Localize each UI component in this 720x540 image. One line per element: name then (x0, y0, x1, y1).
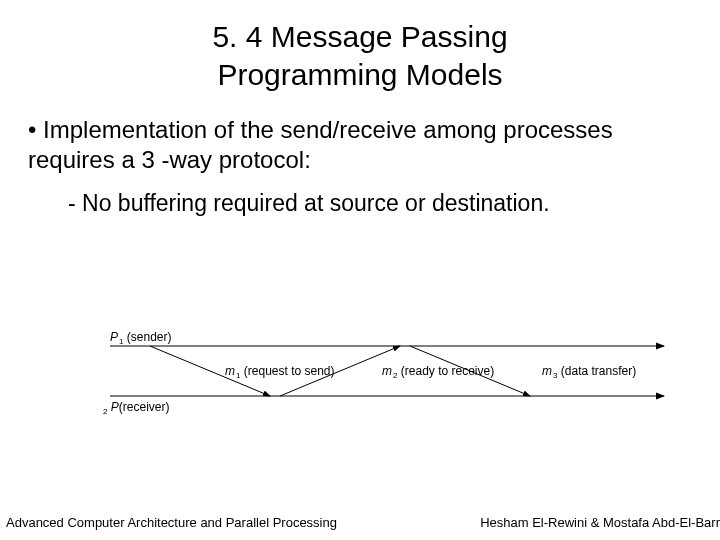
slide-footer: Advanced Computer Architecture and Paral… (6, 515, 720, 530)
footer-left: Advanced Computer Architecture and Paral… (6, 515, 337, 530)
m1-role: (request to send) (240, 364, 334, 378)
bullet-main: • Implementation of the send/receive amo… (0, 93, 720, 175)
title-line-1: 5. 4 Message Passing (212, 20, 507, 53)
m3-role: (data transfer) (557, 364, 636, 378)
m2-letter: m (382, 364, 392, 378)
label-p1: P1 (sender) (110, 330, 172, 346)
title-line-2: Programming Models (217, 58, 502, 91)
footer-right: Hesham El-Rewini & Mostafa Abd-El-Barr (480, 515, 720, 530)
p2-role: (receiver) (119, 400, 170, 414)
label-m3: m3 (data transfer) (542, 364, 636, 380)
p2-sub: 2 (103, 407, 107, 416)
label-p2: 2 P(receiver) (102, 400, 169, 416)
p2-letter: P (111, 400, 119, 414)
bullet-sub: - No buffering required at source or des… (0, 175, 720, 218)
p1-role: (sender) (123, 330, 171, 344)
label-m1: m1 (request to send) (225, 364, 335, 380)
diagram-lines (110, 336, 680, 446)
protocol-diagram: P1 (sender) m1 (request to send) m2 (rea… (110, 336, 680, 446)
slide-title: 5. 4 Message Passing Programming Models (0, 0, 720, 93)
m3-letter: m (542, 364, 552, 378)
label-m2: m2 (ready to receive) (382, 364, 494, 380)
p1-letter: P (110, 330, 118, 344)
m1-letter: m (225, 364, 235, 378)
m2-role: (ready to receive) (397, 364, 494, 378)
